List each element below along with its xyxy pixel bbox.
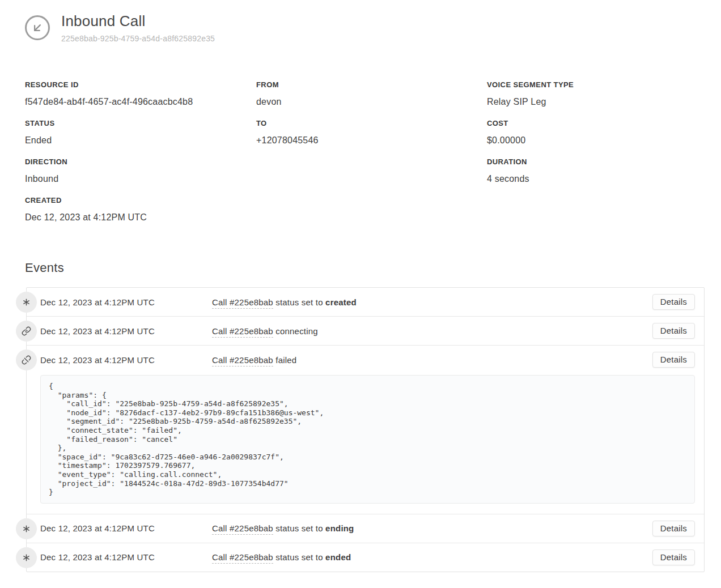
call-link[interactable]: Call #225e8bab <box>212 523 273 535</box>
field-label: STATUS <box>25 119 256 127</box>
field-resource-id: RESOURCE ID f547de84-ab4f-4657-ac4f-496c… <box>25 80 256 108</box>
event-row-ended: Dec 12, 2023 at 4:12PM UTC Call #225e8ba… <box>27 543 704 572</box>
event-timestamp: Dec 12, 2023 at 4:12PM UTC <box>40 355 212 365</box>
event-payload-json: { "params": { "call_id": "225e8bab-925b-… <box>40 375 695 504</box>
event-text: status set to <box>273 552 325 562</box>
field-label: DIRECTION <box>25 157 256 166</box>
field-direction: DIRECTION Inbound <box>25 157 256 185</box>
field-value: Relay SIP Leg <box>487 96 705 108</box>
field-label: RESOURCE ID <box>25 80 256 89</box>
event-message: Call #225e8bab failed <box>212 355 652 365</box>
call-details-grid: RESOURCE ID f547de84-ab4f-4657-ac4f-496c… <box>25 80 705 235</box>
event-row-connecting: Dec 12, 2023 at 4:12PM UTC Call #225e8ba… <box>27 317 704 346</box>
details-column-2: FROM devon TO +12078045546 <box>256 80 487 235</box>
event-text: status set to <box>273 523 325 533</box>
field-created: CREATED Dec 12, 2023 at 4:12PM UTC <box>25 196 256 223</box>
page-title: Inbound Call <box>61 12 215 30</box>
link-icon <box>16 321 37 342</box>
event-row-created: Dec 12, 2023 at 4:12PM UTC Call #225e8ba… <box>27 288 704 317</box>
broken-link-icon <box>16 350 37 370</box>
details-column-1: RESOURCE ID f547de84-ab4f-4657-ac4f-496c… <box>25 80 256 235</box>
field-to: TO +12078045546 <box>256 119 487 146</box>
details-button[interactable]: Details <box>652 323 695 339</box>
field-cost: COST $0.00000 <box>487 119 705 146</box>
field-value: Inbound <box>25 173 256 185</box>
event-row-main: Dec 12, 2023 at 4:12PM UTC Call #225e8ba… <box>40 288 695 316</box>
event-timestamp: Dec 12, 2023 at 4:12PM UTC <box>40 326 212 336</box>
field-label: FROM <box>256 80 487 89</box>
asterisk-icon <box>16 547 37 568</box>
event-row-main: Dec 12, 2023 at 4:12PM UTC Call #225e8ba… <box>40 346 695 374</box>
field-value: f547de84-ab4f-4657-ac4f-496caacbc4b8 <box>25 96 256 108</box>
event-text: status set to <box>273 297 325 307</box>
event-timestamp: Dec 12, 2023 at 4:12PM UTC <box>40 523 212 533</box>
event-message: Call #225e8bab status set to ended <box>212 552 652 562</box>
event-row-failed: Dec 12, 2023 at 4:12PM UTC Call #225e8ba… <box>27 346 704 514</box>
details-button[interactable]: Details <box>652 352 695 368</box>
field-value: Dec 12, 2023 at 4:12PM UTC <box>25 211 256 223</box>
event-row-ending: Dec 12, 2023 at 4:12PM UTC Call #225e8ba… <box>27 514 704 543</box>
field-label: COST <box>487 119 705 127</box>
event-message: Call #225e8bab status set to created <box>212 297 652 307</box>
event-timestamp: Dec 12, 2023 at 4:12PM UTC <box>40 552 212 562</box>
field-value: +12078045546 <box>256 134 487 146</box>
call-link[interactable]: Call #225e8bab <box>212 297 273 309</box>
call-detail-page: Inbound Call 225e8bab-925b-4759-a54d-a8f… <box>0 0 721 588</box>
field-label: DURATION <box>487 157 705 166</box>
field-value: $0.00000 <box>487 134 705 146</box>
field-voice-segment-type: VOICE SEGMENT TYPE Relay SIP Leg <box>487 80 705 108</box>
field-from: FROM devon <box>256 80 487 108</box>
field-value: Ended <box>25 134 256 146</box>
details-column-3: VOICE SEGMENT TYPE Relay SIP Leg COST $0… <box>487 80 705 235</box>
details-button[interactable]: Details <box>652 521 695 536</box>
details-button[interactable]: Details <box>652 549 695 565</box>
page-header: Inbound Call 225e8bab-925b-4759-a54d-a8f… <box>25 12 705 43</box>
event-row-main: Dec 12, 2023 at 4:12PM UTC Call #225e8ba… <box>40 317 695 345</box>
event-text: failed <box>273 355 296 365</box>
event-row-main: Dec 12, 2023 at 4:12PM UTC Call #225e8ba… <box>40 543 695 572</box>
field-label: CREATED <box>25 196 256 204</box>
field-duration: DURATION 4 seconds <box>487 157 705 185</box>
asterisk-icon <box>16 518 37 539</box>
asterisk-icon <box>16 292 37 313</box>
event-text: connecting <box>273 326 318 336</box>
field-value: 4 seconds <box>487 173 705 185</box>
events-list: Dec 12, 2023 at 4:12PM UTC Call #225e8ba… <box>26 287 705 572</box>
details-button[interactable]: Details <box>652 294 695 310</box>
event-status-word: created <box>325 297 357 307</box>
call-link[interactable]: Call #225e8bab <box>212 355 273 367</box>
field-label: VOICE SEGMENT TYPE <box>487 80 705 89</box>
call-link[interactable]: Call #225e8bab <box>212 552 273 564</box>
event-message: Call #225e8bab connecting <box>212 326 652 336</box>
field-label: TO <box>256 119 487 127</box>
header-text: Inbound Call 225e8bab-925b-4759-a54d-a8f… <box>61 12 215 43</box>
call-link[interactable]: Call #225e8bab <box>212 326 273 338</box>
event-timestamp: Dec 12, 2023 at 4:12PM UTC <box>40 297 212 307</box>
event-status-word: ended <box>325 552 351 562</box>
field-value: devon <box>256 96 487 108</box>
field-status: STATUS Ended <box>25 119 256 146</box>
event-status-word: ending <box>325 523 354 533</box>
event-message: Call #225e8bab status set to ending <box>212 523 652 533</box>
call-id-subtitle: 225e8bab-925b-4759-a54d-a8f625892e35 <box>61 34 215 43</box>
inbound-call-icon <box>25 15 50 40</box>
event-row-main: Dec 12, 2023 at 4:12PM UTC Call #225e8ba… <box>40 514 695 543</box>
events-section-title: Events <box>25 261 705 275</box>
